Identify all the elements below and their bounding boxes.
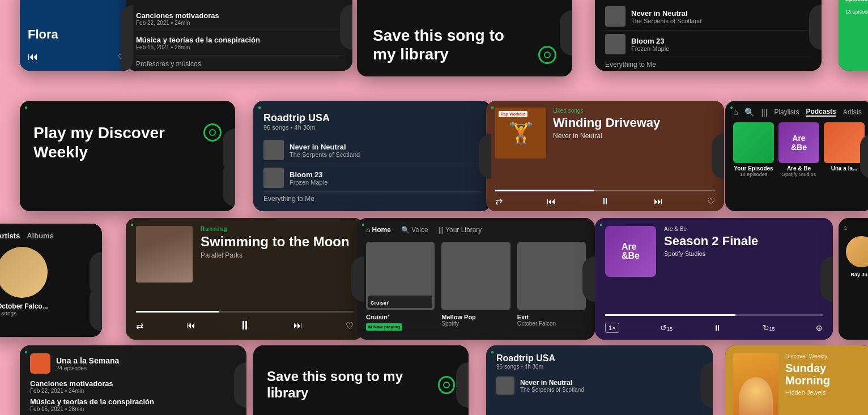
progress-fill — [605, 314, 735, 316]
track-name: Never in Neutral — [520, 379, 584, 387]
podcast-thumb: Are&Be — [778, 122, 819, 163]
heart-button[interactable]: ♡ — [707, 196, 715, 207]
knob-main[interactable] — [479, 134, 491, 179]
podcast-card-are-be[interactable]: Are&Be Are & Be Spotify Studios — [778, 122, 819, 177]
prev-icon[interactable]: ⏮ — [28, 51, 38, 63]
forward-button[interactable]: ↻15 — [763, 323, 775, 332]
dw-label: Discover Weekly — [785, 353, 865, 360]
podcast-name: Your Episodes — [733, 165, 774, 172]
progress-bar[interactable] — [136, 311, 354, 313]
episode-name: Música y teorías de la conspiración — [136, 36, 342, 44]
device-roadtrip-usa: ● Roadtrip USA 96 songs • 4h 30m Never i… — [253, 101, 491, 211]
podcast-card-your-episodes[interactable]: Your Episodes 18 episodes — [733, 122, 774, 177]
track-art — [263, 140, 284, 160]
track-row-partial: Everything to Me — [263, 192, 481, 205]
play-button[interactable]: ⏸ — [239, 318, 251, 333]
episode-meta: Feb 15, 2021 • 28min — [30, 406, 236, 412]
podcast-thumb — [733, 122, 774, 163]
device-content: ● Play my Discover Weekly — [20, 101, 235, 211]
next-button[interactable]: ⏭ — [293, 320, 303, 331]
rewind-button[interactable]: ↺15 — [660, 323, 673, 332]
knob-main[interactable] — [340, 5, 352, 50]
nav-bar: ⌂ Home 🔍 Voice ||| Your Library — [366, 226, 586, 234]
knob-main[interactable] — [860, 134, 868, 179]
speed-button[interactable]: 1× — [605, 323, 619, 333]
nav-voice[interactable]: 🔍 Voice — [401, 226, 428, 234]
playlist-thumb: Cruisin' — [366, 242, 435, 310]
track-row-partial: Everything to Me — [605, 58, 811, 71]
knob-main[interactable] — [809, 5, 822, 50]
avatar-figure — [739, 377, 773, 415]
tab-playlists[interactable]: Playlists — [774, 108, 799, 116]
knob-main[interactable] — [351, 256, 364, 302]
waveform-icon[interactable]: ||| — [761, 108, 767, 117]
playback-controls: ⇄ ⏮ ⏸ ⏭ ♡ — [126, 315, 364, 340]
playlist-name: Exit — [517, 314, 586, 320]
playlist-meta: 96 songs • 4h 30m — [496, 363, 703, 370]
podcast-thumb — [824, 122, 865, 163]
prev-button[interactable]: ⏮ — [547, 196, 556, 207]
heart-button[interactable]: ♡ — [346, 320, 354, 331]
shuffle-button[interactable]: ⇄ — [495, 196, 503, 207]
device-top-far-right: YourEpisode... 18 episodes — [839, 0, 868, 71]
artist-meta: 8 songs — [0, 310, 94, 316]
episode-name: Canciones motivadoras — [30, 379, 236, 388]
save-text: Save this song to my library — [267, 369, 438, 401]
knob-main[interactable] — [560, 10, 572, 55]
track-info: Never in Neutral The Serpents of Scotlan… — [520, 379, 584, 393]
podcast-card-una[interactable]: Una a la... — [824, 122, 865, 177]
playlist-card-cruisin[interactable]: Cruisin' Cruisin' M Now playing — [366, 242, 435, 331]
playlist-title: Roadtrip USA — [496, 353, 703, 363]
tab-albums[interactable]: Albums — [27, 232, 54, 240]
tab-artists[interactable]: Artists — [843, 108, 862, 116]
artist-avatar — [0, 247, 48, 298]
next-button[interactable]: ⏭ — [654, 196, 663, 207]
tab-podcasts[interactable]: Podcasts — [806, 108, 836, 117]
dw-title: Sunday Morning — [785, 362, 865, 387]
shuffle-button[interactable]: ⇄ — [136, 320, 143, 331]
nav-home[interactable]: ⌂ Home — [366, 226, 391, 234]
playlist-title: Roadtrip USA — [263, 112, 481, 124]
spotify-logo: ● — [130, 221, 134, 228]
knob-bottom[interactable] — [121, 31, 133, 71]
device-una-semana-bottom: ● Una a la Semana 24 episodes Canciones … — [20, 345, 246, 415]
progress-bar[interactable] — [605, 314, 823, 316]
device-content: ● ⌂ Home 🔍 Voice ||| Your Library Cruisi… — [357, 218, 595, 340]
device-save-top: Save this song to my library — [357, 0, 572, 76]
prev-button[interactable]: ⏮ — [186, 320, 195, 331]
track-artist: The Serpents of Scotland — [520, 387, 584, 393]
add-button[interactable]: ⊕ — [816, 323, 823, 332]
playlist-card-exit[interactable]: Exit October Falcon — [517, 242, 586, 331]
song-info: Running Swimming to the Moon Parallel Pa… — [201, 226, 354, 303]
pause-button[interactable]: ⏸ — [713, 323, 721, 332]
device-content: ● Roadtrip USA 96 songs • 4h 30m Never i… — [253, 101, 491, 211]
knob-main[interactable] — [712, 134, 724, 179]
episode-meta: Feb 15, 2021 • 28min — [136, 44, 342, 50]
nav-library[interactable]: ||| Your Library — [439, 226, 482, 234]
tab-artists[interactable]: Artists — [0, 232, 20, 240]
tab-bar: Artists Albums — [0, 232, 94, 240]
knob-main[interactable] — [700, 362, 713, 408]
knob-main[interactable] — [820, 256, 833, 302]
knob-main[interactable] — [456, 362, 469, 408]
top-section: Are&Be Are & Be Season 2 Finale Spotify … — [595, 218, 833, 314]
knob-main[interactable] — [582, 256, 595, 302]
search-icon[interactable]: 🔍 — [744, 108, 754, 117]
device-roadtrip-bottom: ● Roadtrip USA 96 songs • 4h 30m Never i… — [486, 345, 713, 415]
spotify-logo: ● — [24, 349, 28, 355]
pause-button[interactable]: ⏸ — [601, 196, 610, 207]
knob-bottom[interactable] — [90, 286, 102, 331]
device-discover-weekly: ● Play my Discover Weekly — [20, 101, 235, 211]
song-artist: Parallel Parks — [201, 251, 354, 259]
top-section: Rap Workout Liked songs Winding Driveway… — [486, 101, 724, 190]
device-content: Artists Albums October Falco... 8 songs — [0, 224, 102, 337]
podcast-sub: Spotify Studios — [778, 172, 819, 177]
home-icon[interactable]: ⌂ — [733, 108, 738, 117]
playlist-meta: 96 songs • 4h 30m — [263, 124, 481, 131]
track-info: Bloom 23 Frozen Maple — [290, 170, 327, 186]
device-content: ● Una a la Semana 24 episodes Canciones … — [20, 345, 246, 415]
knob-main[interactable] — [234, 362, 246, 408]
playlist-card-mellow[interactable]: Mellow Pop Spotify — [441, 242, 510, 331]
spotify-dot — [538, 46, 556, 64]
knob-bottom[interactable] — [223, 161, 235, 207]
